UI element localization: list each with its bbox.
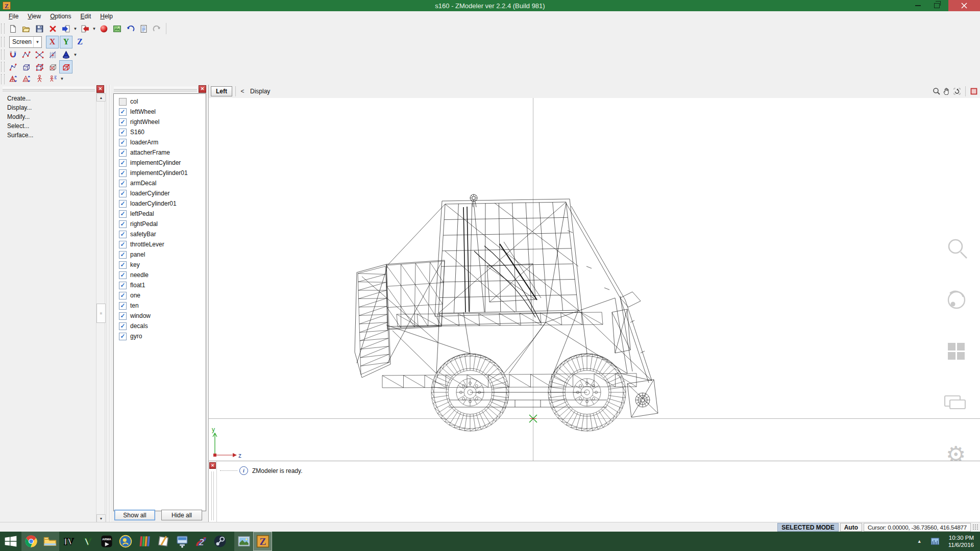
export-dropdown[interactable]: ▼ (91, 22, 97, 35)
screen-select[interactable]: Screen ▼ (9, 36, 42, 48)
zoom-icon[interactable] (932, 86, 942, 96)
import-icon[interactable] (59, 22, 72, 35)
bones-figure-icon[interactable] (33, 72, 46, 86)
toolbar-grip[interactable] (1, 49, 5, 60)
vertices-cross-icon[interactable] (33, 48, 46, 61)
tray-app-icon[interactable] (930, 536, 940, 546)
material-editor-icon[interactable] (97, 22, 110, 35)
axis-x-button[interactable]: X (46, 36, 59, 48)
object-checkbox[interactable]: ✓ (119, 118, 127, 126)
commands-panel-header[interactable]: ✕ (1, 86, 104, 92)
view-label-button[interactable]: Left (211, 86, 232, 96)
cone-primitive-dropdown[interactable]: ▼ (72, 48, 78, 61)
menu-options[interactable]: Options (45, 12, 76, 21)
animation-figure-dropdown[interactable]: ▼ (59, 73, 65, 85)
object-checkbox[interactable]: ✓ (119, 271, 127, 279)
object-row[interactable]: ✓ten (114, 300, 206, 311)
delete-icon[interactable] (46, 22, 59, 35)
object-row[interactable]: ✓gyro (114, 331, 206, 341)
object-row[interactable]: ✓panel (114, 249, 206, 260)
menu-file[interactable]: File (4, 12, 23, 21)
taskbar-gta-v[interactable]: V (78, 532, 97, 551)
object-row[interactable]: ✓loaderArm (114, 137, 206, 147)
object-checkbox[interactable]: ✓ (119, 190, 127, 197)
pan-icon[interactable] (942, 86, 952, 96)
object-row[interactable]: ✓implementCylinder01 (114, 168, 206, 178)
command-modify[interactable]: Modify... (0, 112, 95, 121)
commands-panel-close-button[interactable]: ✕ (96, 85, 104, 93)
menu-view[interactable]: View (23, 12, 45, 21)
object-row[interactable]: ✓rightWheel (114, 117, 206, 127)
display-mode-dropdown[interactable]: Display (250, 88, 270, 95)
object-row[interactable]: ✓needle (114, 270, 206, 280)
tray-expand-icon[interactable]: ▲ (917, 539, 922, 544)
cube-faces-icon[interactable] (46, 60, 59, 73)
command-create[interactable]: Create... (0, 94, 95, 103)
object-row[interactable]: ✓rightPedal (114, 219, 206, 229)
panel-splitter[interactable] (109, 85, 110, 522)
toolbar-grip[interactable] (1, 62, 5, 72)
skeleton-edit-icon[interactable] (6, 60, 19, 73)
toolbar-grip[interactable] (1, 23, 5, 34)
uv-mapper-1-icon[interactable] (6, 72, 19, 86)
import-dropdown[interactable]: ▼ (72, 22, 78, 35)
restore-button[interactable] (928, 0, 945, 11)
object-checkbox[interactable]: ✓ (119, 108, 127, 116)
start-button[interactable] (0, 532, 21, 551)
object-checkbox[interactable]: ✓ (119, 312, 127, 320)
close-button[interactable] (948, 0, 980, 11)
commands-scrollbar[interactable]: ▲ ≡ ▼ (96, 93, 105, 523)
object-checkbox[interactable]: ✓ (119, 159, 127, 167)
object-row[interactable]: ✓implementCylinder (114, 158, 206, 168)
object-row[interactable]: ✓loaderCylinder01 (114, 198, 206, 209)
panel-grip[interactable] (114, 87, 197, 91)
cone-primitive-icon[interactable] (59, 48, 72, 61)
undo-icon[interactable] (124, 22, 137, 35)
orbit-icon[interactable] (952, 86, 962, 96)
object-row[interactable]: ✓leftWheel (114, 107, 206, 117)
grid-snap-icon[interactable] (46, 48, 59, 61)
taskbar-photo-viewer[interactable] (234, 532, 253, 551)
cube-vertices-icon[interactable] (33, 60, 46, 73)
object-checkbox[interactable]: ✓ (119, 292, 127, 299)
axis-z-button[interactable]: Z (74, 36, 86, 48)
object-row[interactable]: ✓key (114, 260, 206, 270)
show-all-button[interactable]: Show all (114, 510, 155, 520)
scroll-up-icon[interactable]: ▲ (96, 93, 106, 102)
panel-grip[interactable] (3, 87, 95, 91)
object-row[interactable]: ✓armDecal (114, 178, 206, 188)
new-file-icon[interactable] (6, 22, 19, 35)
viewport-canvas[interactable]: ⚙ y z (209, 98, 980, 461)
object-checkbox[interactable]: ✓ (119, 129, 127, 136)
taskbar-remote-desktop[interactable] (173, 532, 191, 551)
object-checkbox[interactable]: ✓ (119, 220, 127, 228)
object-checkbox[interactable] (119, 98, 127, 106)
maximize-viewport-icon[interactable] (969, 86, 979, 96)
save-file-icon[interactable] (33, 22, 46, 35)
taskbar-clock[interactable]: 10:30 PM11/6/2016 (948, 534, 974, 548)
object-row[interactable]: ✓attacherFrame (114, 147, 206, 158)
object-checkbox[interactable]: ✓ (119, 322, 127, 330)
object-row[interactable]: ✓one (114, 290, 206, 300)
object-checkbox[interactable]: ✓ (119, 302, 127, 310)
axis-y-button[interactable]: Y (60, 36, 72, 48)
panel-splitter[interactable] (107, 85, 108, 522)
taskbar-app-2[interactable]: 2 (191, 532, 210, 551)
scroll-thumb[interactable]: ≡ (96, 304, 106, 323)
auto-indicator[interactable]: Auto (840, 523, 862, 532)
object-checkbox[interactable]: ✓ (119, 139, 127, 146)
object-row[interactable]: ✓S160 (114, 127, 206, 137)
object-checkbox[interactable]: ✓ (119, 149, 127, 157)
object-row[interactable]: ✓decals (114, 321, 206, 331)
redo-icon[interactable] (150, 22, 163, 35)
object-row[interactable]: col (114, 96, 206, 107)
object-checkbox[interactable]: ✓ (119, 200, 127, 208)
object-row[interactable]: ✓float1 (114, 280, 206, 290)
magnet-snap-icon[interactable] (6, 48, 19, 61)
animation-figure-icon[interactable] (46, 72, 59, 86)
view-history-button[interactable]: < (239, 88, 246, 95)
uv-mapper-2-icon[interactable] (19, 72, 33, 86)
taskbar-paint[interactable] (154, 532, 173, 551)
object-checkbox[interactable]: ✓ (119, 282, 127, 289)
menu-edit[interactable]: Edit (76, 12, 96, 21)
